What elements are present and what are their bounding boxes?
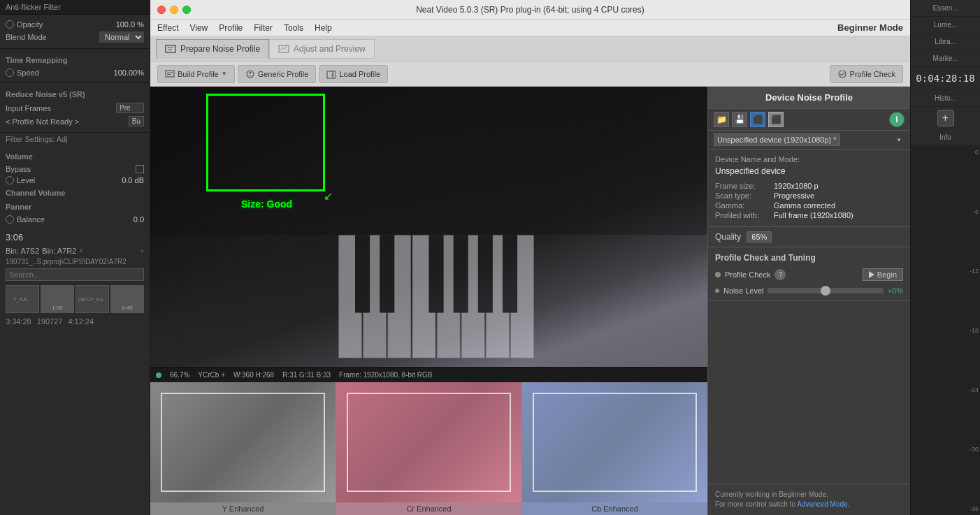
opacity-section: Opacity 100.0 % Blend Mode Normal xyxy=(0,15,150,49)
noise-cb-label: Cb Enhanced xyxy=(522,502,707,515)
gamma-row: Gamma: Gamma corrected xyxy=(715,201,903,210)
prepare-noise-label: Prepare Noise Profile xyxy=(180,44,260,54)
menu-profile[interactable]: Profile xyxy=(219,23,243,33)
noise-y-box xyxy=(161,393,325,492)
status-dot xyxy=(156,372,161,378)
expand-icon[interactable]: » xyxy=(140,247,144,254)
gamma-key: Gamma: xyxy=(715,201,771,210)
svg-rect-4 xyxy=(166,71,174,77)
green-selection-box[interactable] xyxy=(206,94,325,191)
gear-icon xyxy=(715,272,721,277)
thumbnails-row: 7_KA... 1:00 190727_KA... 6:40 xyxy=(0,282,150,316)
tab-libraries[interactable]: Libra... xyxy=(911,34,980,50)
bin-row: Bin: A7S2 Bin: A7R2 ≡ » xyxy=(0,245,150,256)
tc3: 4:12:24 xyxy=(68,317,94,326)
ruler-neg24: -24 xyxy=(953,386,979,393)
profile-check-tuning-header: Profile Check and Tuning xyxy=(715,253,903,263)
device-noise-title: Device Noise Profile xyxy=(708,87,910,109)
maximize-btn[interactable] xyxy=(182,6,191,14)
bypass-label: Bypass xyxy=(6,165,31,173)
opacity-row: Opacity 100.0 % xyxy=(6,19,144,30)
profile-not-ready-value[interactable]: Bu xyxy=(129,116,144,126)
profile-check-row: Profile Check ? Begin xyxy=(715,268,903,281)
load-profile-button[interactable]: Load Profile xyxy=(319,65,388,83)
tab-essentials[interactable]: Essen... xyxy=(911,0,980,17)
question-icon[interactable]: ? xyxy=(774,269,786,280)
grey-btn[interactable]: ⬛ xyxy=(768,112,784,127)
profile-check-label: Profile Check xyxy=(850,70,895,78)
level-icon xyxy=(6,176,14,184)
svg-rect-23 xyxy=(454,235,468,312)
speed-label: Speed xyxy=(6,68,39,77)
noise-thumb-y: Y Enhanced xyxy=(150,382,336,515)
load-profile-label: Load Profile xyxy=(339,70,380,78)
noise-cr-box xyxy=(347,393,511,492)
tab-lumetri[interactable]: Lume... xyxy=(911,17,980,34)
begin-button[interactable]: Begin xyxy=(863,268,903,281)
profile-check-row-label: Profile Check xyxy=(725,270,770,279)
blue-btn-1[interactable]: ⬛ xyxy=(750,112,765,127)
video-preview[interactable]: Size: Good ↙ xyxy=(150,87,707,367)
menu-view[interactable]: View xyxy=(189,23,208,33)
generic-profile-button[interactable]: Generic Profile xyxy=(238,65,317,83)
noise-y-label: Y Enhanced xyxy=(150,502,336,515)
tab-markers[interactable]: Marke... xyxy=(911,50,980,67)
prepare-noise-tab[interactable]: Prepare Noise Profile xyxy=(156,39,269,59)
device-toolbar: 📁 💾 ⬛ ⬛ i xyxy=(708,109,910,131)
quality-section: Quality 65% xyxy=(708,227,910,247)
blend-mode-select[interactable]: Normal xyxy=(99,31,144,43)
search-input[interactable] xyxy=(6,268,144,281)
time-remapping-section: Time Remapping Speed 100.00% xyxy=(0,49,150,83)
close-btn[interactable] xyxy=(157,6,166,14)
bypass-row: Bypass xyxy=(6,164,144,175)
tab-info[interactable]: Info xyxy=(911,129,980,146)
device-name-value: Unspecified device xyxy=(715,166,903,176)
ruler-neg18: -18 xyxy=(953,327,979,334)
info-icon-btn[interactable]: i xyxy=(889,112,905,127)
scan-type-key: Scan type: xyxy=(715,191,771,200)
svg-point-8 xyxy=(249,71,251,73)
plugin-window: Neat Video 5.0.3 (SR) Pro plug-in (64-bi… xyxy=(150,0,910,515)
tc1: 3:34:28 xyxy=(6,317,31,326)
noise-thumbnails: Y Enhanced Cr Enhanced Cb xyxy=(150,382,707,515)
scan-type-val: Progressive xyxy=(774,191,814,200)
minimize-btn[interactable] xyxy=(170,6,178,14)
svg-rect-24 xyxy=(478,235,493,312)
volume-section: Volume Bypass Level 0.0 dB Channel Volum… xyxy=(0,145,150,229)
thumb-3: 190727_KA... xyxy=(75,285,109,313)
svg-rect-25 xyxy=(503,235,517,312)
save-icon-btn[interactable]: 💾 xyxy=(732,112,747,127)
device-info-section: Device Name and Mode: Unspecified device… xyxy=(708,150,910,227)
menu-filter[interactable]: Filter xyxy=(254,23,273,33)
left-panel: Anti-flicker Filter Opacity 100.0 % Blen… xyxy=(0,0,150,515)
bypass-checkbox[interactable] xyxy=(136,165,144,173)
level-row: Level 0.0 dB xyxy=(6,175,144,186)
menu-help[interactable]: Help xyxy=(315,23,332,33)
prepare-noise-icon xyxy=(165,43,176,55)
menu-tools[interactable]: Tools xyxy=(284,23,303,33)
thumb-2: 1:00 xyxy=(41,285,74,313)
input-frames-value[interactable]: Pre xyxy=(116,103,144,113)
profile-check-button[interactable]: Profile Check xyxy=(830,65,903,83)
opacity-label: Opacity xyxy=(6,20,43,29)
noise-cr-img xyxy=(336,382,521,502)
tab-history[interactable]: Histo... xyxy=(911,90,980,107)
noise-level-slider[interactable] xyxy=(768,288,883,293)
status-bar: 66.7% YCrCb + W:360 H:268 R:31 G:31 B:33… xyxy=(150,367,707,382)
advanced-mode-link[interactable]: Advanced Mode. xyxy=(797,500,849,508)
resize-handle-icon[interactable]: ↙ xyxy=(324,189,333,203)
plugin-content: Build Profile ▼ Generic Profile xyxy=(150,61,910,515)
quality-value: 65% xyxy=(747,231,772,242)
generic-profile-label: Generic Profile xyxy=(258,70,309,78)
adjust-preview-tab[interactable]: Adjust and Preview xyxy=(269,39,375,59)
folder-icon-btn[interactable]: 📁 xyxy=(714,112,729,127)
profile-toolbar: Build Profile ▼ Generic Profile xyxy=(150,61,910,87)
device-dropdown[interactable]: Unspecified device (1920x1080p) * xyxy=(714,133,840,146)
scan-type-row: Scan type: Progressive xyxy=(715,191,903,200)
menu-effect[interactable]: Effect xyxy=(157,23,178,33)
add-button[interactable]: + xyxy=(937,110,954,126)
thumb-1: 7_KA... xyxy=(6,285,39,313)
dropdown-arrow-icon: ▼ xyxy=(222,71,227,77)
build-profile-button[interactable]: Build Profile ▼ xyxy=(157,65,235,83)
time-remapping-title: Time Remapping xyxy=(6,53,144,67)
